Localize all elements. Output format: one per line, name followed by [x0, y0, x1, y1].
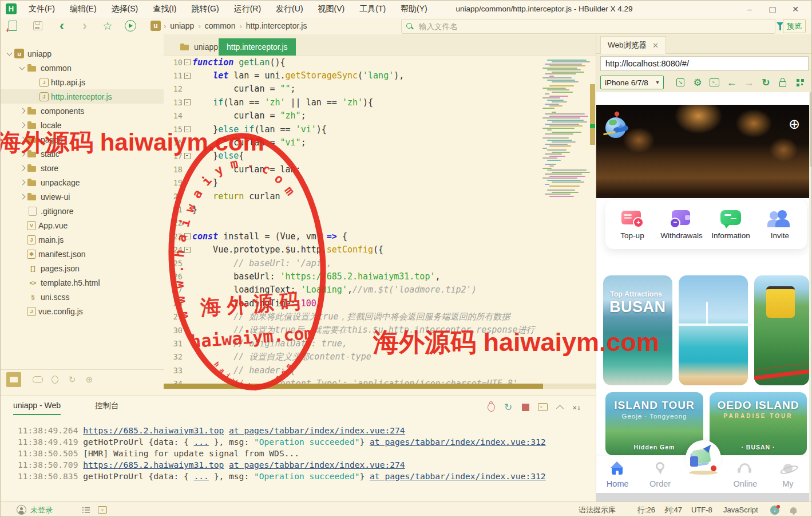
- browser-settings-button[interactable]: ⚙: [689, 76, 706, 89]
- chevron-right-icon[interactable]: [18, 149, 27, 159]
- menu-item-3[interactable]: 查找(I): [145, 4, 184, 14]
- tree-item-template-h5-html[interactable]: <>template.h5.html: [1, 275, 164, 290]
- language-globe-icon[interactable]: ⊕: [789, 117, 800, 131]
- code-line-19[interactable]: 19 }: [164, 176, 596, 190]
- code-line-13[interactable]: 13 if(lan == 'zh' || lan == 'zh'){: [164, 96, 596, 109]
- browser-tab[interactable]: Web浏览器 ✕: [600, 36, 666, 54]
- tree-item-unpackage[interactable]: unpackage: [1, 175, 164, 190]
- code-line-22[interactable]: 22: [164, 216, 596, 230]
- outline-button[interactable]: [82, 502, 90, 517]
- chevron-right-icon[interactable]: [18, 121, 27, 130]
- quick-action-invite[interactable]: Invite: [757, 209, 803, 240]
- attraction-card-beach[interactable]: [679, 275, 748, 385]
- fold-marker-icon[interactable]: [184, 247, 191, 253]
- save-button[interactable]: [30, 18, 45, 34]
- code-line-29[interactable]: 29 // 如果将此值设置为true，拦截回调中将会返回服务端返回的所有数据: [164, 310, 596, 323]
- debug-panel-button[interactable]: [46, 372, 64, 387]
- breadcrumb-item-2[interactable]: http.interceptor.js: [244, 21, 310, 30]
- tour-card-island[interactable]: ISLAND TOURGeoje · TongyeongHidden Gem: [605, 392, 703, 455]
- cursor-line-status[interactable]: 行:26: [637, 502, 655, 517]
- tab-home[interactable]: Home: [596, 456, 639, 493]
- horizontal-scrollbar[interactable]: [164, 384, 596, 389]
- navigate-forward-button[interactable]: ›: [77, 18, 92, 34]
- browser-lock-button[interactable]: [774, 76, 791, 89]
- browser-refresh-button[interactable]: ↻: [758, 76, 775, 89]
- tree-item-pages[interactable]: pages: [1, 132, 164, 147]
- fold-marker-icon[interactable]: [184, 126, 191, 132]
- device-selector[interactable]: iPhone 6/7/8 ▼: [600, 76, 664, 89]
- tree-item-vue-config-js[interactable]: Jvue.config.js: [1, 304, 164, 318]
- code-line-24[interactable]: 24 Vue.prototype.$u.http.setConfig({: [164, 243, 596, 256]
- log-link[interactable]: at pages/tabbar/index/index.vue:274: [229, 460, 405, 469]
- menu-item-5[interactable]: 运行(R): [227, 4, 268, 14]
- chevron-down-icon[interactable]: [18, 64, 27, 73]
- chevron-right-icon[interactable]: [18, 164, 27, 173]
- code-line-31[interactable]: 31 // originalData: true,: [164, 337, 596, 350]
- code-line-17[interactable]: 17 }else{: [164, 149, 596, 163]
- quick-action-topup[interactable]: Top-up: [609, 209, 655, 240]
- menu-item-1[interactable]: 编辑(E): [62, 4, 104, 14]
- notifications-button[interactable]: [790, 502, 797, 517]
- clear-console-button[interactable]: ✕↓: [568, 401, 585, 413]
- language-mode-status[interactable]: JavaScript: [723, 502, 758, 517]
- stop-button[interactable]: [517, 401, 534, 413]
- log-link[interactable]: at pages/tabbar/index/index.vue:312: [370, 471, 546, 481]
- code-line-15[interactable]: 15 }else if(lan == 'vi'){: [164, 123, 596, 136]
- attraction-card-cable[interactable]: [754, 275, 809, 385]
- debug-button[interactable]: [482, 401, 500, 413]
- code-line-21[interactable]: 21}: [164, 203, 596, 216]
- quick-action-information[interactable]: Information: [708, 209, 754, 240]
- chevron-right-icon[interactable]: [18, 135, 27, 144]
- fold-marker-icon[interactable]: [184, 233, 191, 239]
- explorer-panel-button[interactable]: [6, 372, 21, 387]
- sync-panel-button[interactable]: ↻: [64, 372, 81, 387]
- tab-order[interactable]: Order: [639, 456, 681, 493]
- search-panel-button[interactable]: [29, 372, 46, 387]
- url-input[interactable]: [601, 57, 808, 70]
- menu-item-7[interactable]: 视图(V): [311, 4, 352, 14]
- close-tab-icon[interactable]: ✕: [652, 41, 659, 50]
- console-tab-active[interactable]: uniapp - Web: [13, 401, 61, 415]
- log-link[interactable]: at pages/tabbar/index/index.vue:312: [370, 437, 546, 447]
- menu-item-2[interactable]: 选择(S): [104, 4, 146, 14]
- chevron-right-icon[interactable]: [18, 192, 27, 202]
- code-line-32[interactable]: 32 // 设置自定义头部content-type: [164, 350, 596, 364]
- new-console-button[interactable]: >_: [534, 401, 551, 413]
- chevron-down-icon[interactable]: [5, 49, 14, 58]
- tree-item-http-api-js[interactable]: Jhttp.api.js: [1, 75, 164, 89]
- breadcrumb-item-1[interactable]: common: [203, 21, 238, 30]
- horizontal-scrollbar-thumb[interactable]: [164, 384, 543, 389]
- attraction-card-busan[interactable]: Top AttractionsBUSAN: [603, 275, 672, 385]
- code-line-27[interactable]: 27 loadingText: 'Loading',//vm.$t('loadm…: [164, 283, 596, 297]
- tree-item-uni-scss[interactable]: §uni.scss: [1, 290, 164, 304]
- code-line-23[interactable]: 23const install = (Vue, vm) => {: [164, 230, 596, 243]
- collapse-panel-button[interactable]: [551, 401, 568, 413]
- tree-item-locale[interactable]: locale: [1, 118, 164, 132]
- update-button[interactable]: ↓: [770, 502, 779, 517]
- log-link[interactable]: at pages/tabbar/index/index.vue:274: [229, 425, 405, 435]
- tree-item-manifest-json[interactable]: ✱manifest.json: [1, 247, 164, 261]
- encoding-status[interactable]: UTF-8: [691, 502, 712, 517]
- browser-forward-button[interactable]: →: [740, 76, 758, 89]
- tree-item-common[interactable]: common: [1, 61, 164, 75]
- log-link[interactable]: https://685.2.haiwaiym31.top: [83, 425, 224, 435]
- tree-item-http-interceptor-js[interactable]: Jhttp.interceptor.js: [1, 89, 164, 104]
- menu-item-6[interactable]: 发行(U): [268, 4, 310, 14]
- code-line-11[interactable]: 11 let lan = uni.getStorageSync('lang'),: [164, 69, 596, 82]
- breadcrumb-item-0[interactable]: uniapp: [168, 21, 196, 30]
- bookmark-button[interactable]: ☆: [100, 18, 115, 34]
- file-search-input[interactable]: [418, 22, 775, 31]
- chevron-right-icon[interactable]: [18, 106, 27, 116]
- preview-scrollbar[interactable]: [809, 92, 812, 502]
- console-tab-inactive[interactable]: 控制台: [95, 401, 119, 415]
- restart-button[interactable]: ↻: [500, 401, 517, 413]
- code-line-16[interactable]: 16 curlan = "vi";: [164, 136, 596, 149]
- log-link[interactable]: ...: [194, 471, 209, 481]
- tree-item-pages-json[interactable]: [ ]pages.json: [1, 261, 164, 275]
- code-line-12[interactable]: 12 curlan = "";: [164, 82, 596, 96]
- preview-button[interactable]: 预览: [783, 19, 806, 33]
- syntax-lib-status[interactable]: 语法提示库: [579, 502, 616, 517]
- code-line-18[interactable]: 18 curlan = lan;: [164, 163, 596, 176]
- hero-banner-image[interactable]: ⊕: [596, 105, 809, 198]
- browser-qr-button[interactable]: [791, 76, 809, 89]
